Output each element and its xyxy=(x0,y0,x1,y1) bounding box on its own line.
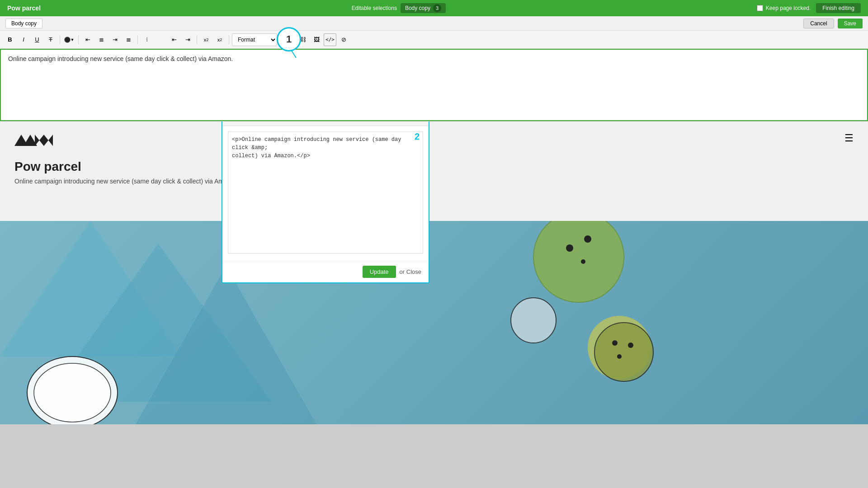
italic-button[interactable]: I xyxy=(17,33,30,46)
image-button[interactable]: 🖼 xyxy=(310,33,323,46)
unordered-list-button[interactable]: ⁝ xyxy=(141,33,153,46)
body-copy-badge: Body copy 3 xyxy=(401,3,446,13)
indent-less-button[interactable]: ⇤ xyxy=(168,33,180,46)
hero-area xyxy=(0,221,868,424)
second-bar-right: Cancel Save xyxy=(803,19,863,28)
html-textarea[interactable] xyxy=(228,131,423,253)
top-bar-right: Keep page locked. Finish editing xyxy=(757,3,861,13)
editor-area: B I U T ▼ ⇤ ≣ ⇥ ≣ ⁝ ⁣ ⇤ ⇥ x2 x2 Format 🔗… xyxy=(0,31,868,122)
strikethrough-button[interactable]: T xyxy=(44,33,57,46)
toolbar-divider-1 xyxy=(60,35,60,44)
body-copy-count: 3 xyxy=(433,4,441,12)
cancel-button[interactable]: Cancel xyxy=(803,19,834,28)
align-left-button[interactable]: ⇤ xyxy=(81,33,94,46)
tooltip-1: 1 xyxy=(277,27,301,52)
align-center-button[interactable]: ≣ xyxy=(95,33,108,46)
top-bar: Pow parcel Editable selections Body copy… xyxy=(0,0,868,16)
hero-overlay xyxy=(0,221,868,424)
top-bar-title: Pow parcel xyxy=(7,5,41,12)
tooltip-1-number: 1 xyxy=(286,33,292,45)
body-copy-tab[interactable]: Body copy xyxy=(5,19,42,28)
color-button[interactable]: ▼ xyxy=(63,33,75,46)
clear-formatting-button[interactable]: ⊘ xyxy=(337,33,350,46)
view-html-modal: View HTML CLOSE 2 Update or Close xyxy=(222,108,429,283)
site-description: Online campaign introducing new service … xyxy=(14,178,854,185)
bold-button[interactable]: B xyxy=(4,33,16,46)
modal-footer: Update or Close xyxy=(222,261,429,282)
editor-content[interactable]: Online campaign introducing new service … xyxy=(0,49,868,121)
keep-page-locked-label: Keep page locked. xyxy=(757,5,811,11)
toolbar-divider-2 xyxy=(78,35,79,44)
logo-icon xyxy=(14,132,55,150)
body-copy-badge-label: Body copy xyxy=(405,5,430,11)
ordered-list-button[interactable]: ⁣ xyxy=(154,33,167,46)
modal-body: 2 xyxy=(222,126,429,261)
editable-selections-label: Editable selections xyxy=(352,5,397,11)
keep-locked-text: Keep page locked. xyxy=(766,5,811,11)
save-button[interactable]: Save xyxy=(838,19,863,28)
editor-toolbar: B I U T ▼ ⇤ ≣ ⇥ ≣ ⁝ ⁣ ⇤ ⇥ x2 x2 Format 🔗… xyxy=(0,31,868,49)
page-content: Pow parcel Online campaign introducing n… xyxy=(0,122,868,221)
svg-marker-2 xyxy=(35,135,53,146)
view-html-button[interactable]: </> xyxy=(324,33,336,46)
or-close-text: or Close xyxy=(400,268,421,275)
line-number-2: 2 xyxy=(415,131,420,142)
align-right-button[interactable]: ⇥ xyxy=(108,33,121,46)
subscript-button[interactable]: x2 xyxy=(213,33,226,46)
toolbar-divider-4 xyxy=(197,35,197,44)
lock-checkbox[interactable] xyxy=(757,5,763,11)
site-title: Pow parcel xyxy=(14,160,854,174)
second-bar: Body copy Cancel Save xyxy=(0,16,868,31)
site-logo xyxy=(14,132,854,152)
hamburger-menu-icon[interactable]: ☰ xyxy=(844,132,854,144)
indent-more-button[interactable]: ⇥ xyxy=(181,33,194,46)
finish-editing-button[interactable]: Finish editing xyxy=(816,3,861,13)
superscript-button[interactable]: x2 xyxy=(200,33,212,46)
align-justify-button[interactable]: ≣ xyxy=(122,33,135,46)
toolbar-divider-3 xyxy=(137,35,138,44)
update-button[interactable]: Update xyxy=(363,266,396,278)
format-dropdown[interactable]: Format xyxy=(232,33,277,46)
toolbar-divider-5 xyxy=(229,35,229,44)
top-bar-center: Editable selections Body copy 3 xyxy=(352,3,446,13)
underline-button[interactable]: U xyxy=(31,33,43,46)
